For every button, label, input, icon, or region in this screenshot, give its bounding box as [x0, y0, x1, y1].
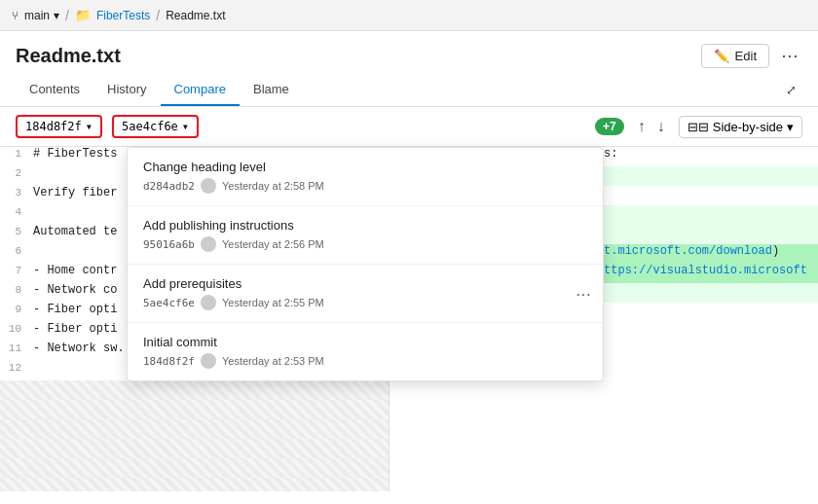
tab-contents[interactable]: Contents [16, 74, 93, 106]
line-num: 2 [0, 166, 29, 179]
prev-change-button[interactable]: ↑ [634, 116, 650, 137]
more-options-icon[interactable]: ⋯ [576, 284, 591, 303]
dropdown-item-meta-3: 5ae4cf6e Yesterday at 2:55 PM [143, 295, 587, 310]
dropdown-item-title-1: Change heading level [143, 160, 587, 174]
tab-blame[interactable]: Blame [240, 74, 303, 106]
edit-icon: ✏️ [714, 49, 729, 63]
dropdown-item-4[interactable]: Initial commit 184d8f2f Yesterday at 2:5… [128, 323, 603, 380]
diff-badge: +7 [595, 118, 624, 135]
hash-3: 5ae4cf6e [143, 297, 195, 309]
branch-name: main [24, 9, 50, 22]
compare-bar: 184d8f2f ▾ 5ae4cf6e ▾ +7 ↑ ↓ ⊟⊟ Side-by-… [0, 107, 818, 147]
commit1-hash: 184d8f2f [25, 120, 82, 133]
line-num: 1 [0, 147, 29, 160]
time-4: Yesterday at 2:53 PM [222, 355, 324, 367]
line-num: 3 [0, 186, 29, 198]
line-num: 11 [0, 342, 29, 354]
separator-1: / [65, 8, 69, 23]
view-label: Side-by-side [713, 120, 783, 134]
avatar-4 [201, 353, 216, 369]
separator-2: / [156, 8, 160, 23]
edit-label: Edit [735, 49, 757, 63]
line-num: 4 [0, 205, 29, 218]
content-area: 1 # FiberTests 2 3 Verify fiber 4 5 Auto… [0, 147, 818, 491]
code-line-hash [0, 439, 389, 458]
repo-link[interactable]: FiberTests [96, 9, 150, 22]
hash-2: 95016a6b [143, 238, 195, 251]
dropdown-item-meta-4: 184d8f2f Yesterday at 2:53 PM [143, 353, 587, 369]
dropdown-item-meta-1: d284adb2 Yesterday at 2:58 PM [143, 178, 587, 194]
commit1-select[interactable]: 184d8f2f ▾ [16, 115, 102, 138]
page-title: Readme.txt [16, 45, 121, 67]
dropdown-item-2[interactable]: Add publishing instructions 95016a6b Yes… [128, 206, 603, 265]
hash-1: d284adb2 [143, 180, 195, 193]
tabs-bar: Contents History Compare Blame ⤢ [0, 74, 818, 107]
git-icon: ⑂ [12, 9, 19, 22]
line-num: 8 [0, 283, 29, 296]
top-bar: ⑂ main ▾ / 📁 FiberTests / Readme.txt [0, 0, 818, 31]
avatar-1 [201, 178, 216, 194]
file-header: Readme.txt ✏️ Edit ⋯ [0, 31, 818, 70]
dropdown-item-title-3: Add prerequisites [143, 276, 587, 291]
view-icon: ⊟⊟ [688, 120, 709, 134]
commit2-chevron: ▾ [182, 120, 189, 133]
code-line-hash [0, 478, 389, 491]
code-line-hash [0, 458, 389, 478]
dropdown-item-title-4: Initial commit [143, 335, 587, 349]
commit1-chevron: ▾ [86, 120, 93, 133]
tab-history[interactable]: History [93, 74, 160, 106]
commit2-hash: 5ae4cf6e [122, 120, 178, 133]
branch-button[interactable]: main ▾ [24, 9, 59, 22]
header-actions: ✏️ Edit ⋯ [701, 41, 802, 70]
line-num: 9 [0, 303, 29, 315]
more-button[interactable]: ⋯ [777, 41, 802, 70]
avatar-2 [201, 236, 216, 252]
commit2-select[interactable]: 5ae4cf6e ▾ [112, 115, 199, 138]
view-select[interactable]: ⊟⊟ Side-by-side ▾ [679, 116, 802, 138]
expand-icon[interactable]: ⤢ [780, 77, 802, 103]
next-change-button[interactable]: ↓ [653, 116, 669, 137]
line-num: 6 [0, 244, 29, 257]
line-num: 5 [0, 225, 29, 237]
code-line-hash [0, 400, 389, 419]
tab-compare[interactable]: Compare [161, 74, 240, 106]
time-2: Yesterday at 2:56 PM [222, 238, 324, 250]
dropdown-item-meta-2: 95016a6b Yesterday at 2:56 PM [143, 236, 587, 252]
avatar-3 [201, 295, 216, 310]
filename-path: Readme.txt [166, 9, 225, 22]
nav-arrows: ↑ ↓ [634, 116, 669, 137]
branch-chevron: ▾ [54, 9, 59, 22]
dropdown-item-3[interactable]: Add prerequisites 5ae4cf6e Yesterday at … [128, 265, 603, 323]
tabs-left: Contents History Compare Blame [16, 74, 303, 106]
edit-button[interactable]: ✏️ Edit [701, 44, 769, 68]
time-1: Yesterday at 2:58 PM [222, 180, 324, 192]
commit-dropdown: Change heading level d284adb2 Yesterday … [127, 147, 604, 381]
line-num: 10 [0, 322, 29, 335]
hash-4: 184d8f2f [143, 355, 195, 368]
code-line-hash [0, 419, 389, 439]
view-chevron: ▾ [787, 120, 794, 134]
code-line-hash [0, 380, 389, 400]
line-num: 7 [0, 264, 29, 276]
dropdown-item-1[interactable]: Change heading level d284adb2 Yesterday … [128, 148, 603, 206]
dropdown-item-title-2: Add publishing instructions [143, 218, 587, 233]
time-3: Yesterday at 2:55 PM [222, 297, 324, 308]
line-num: 12 [0, 361, 29, 374]
folder-icon: 📁 [75, 8, 91, 22]
